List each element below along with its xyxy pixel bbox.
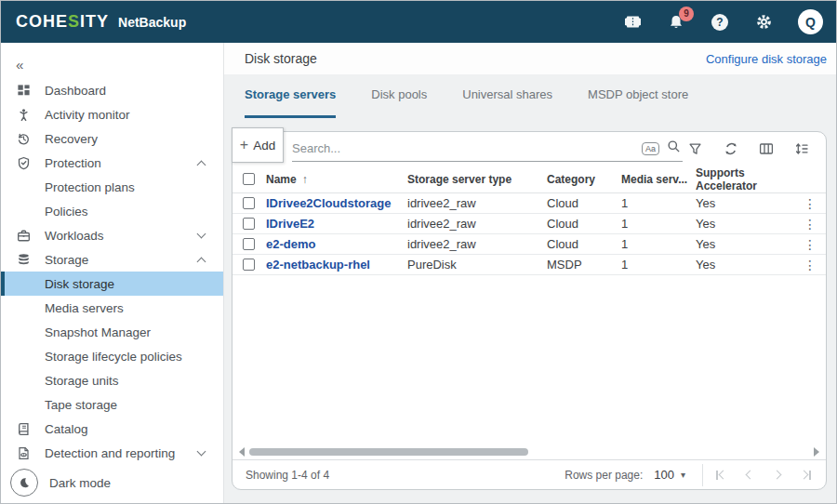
table-toolbar: + Add Aa	[232, 132, 826, 166]
sidebar-item-tape-storage[interactable]: Tape storage	[1, 392, 223, 417]
dark-mode-toggle[interactable]: Dark mode	[10, 469, 111, 497]
sidebar-item-protection-plans[interactable]: Protection plans	[1, 175, 223, 199]
table-footer: Showing 1-4 of 4 Rows per page: 100 ▾	[232, 459, 826, 489]
tab-universal-shares[interactable]: Universal shares	[462, 87, 552, 118]
select-all-checkbox[interactable]	[243, 173, 255, 185]
row-checkbox[interactable]	[243, 238, 255, 250]
columns-icon[interactable]	[758, 141, 774, 157]
main-content: Disk storage Configure disk storage Stor…	[224, 43, 836, 503]
column-header-accelerator[interactable]: Supports Accelerator	[696, 166, 794, 192]
row-actions-kebab-icon[interactable]: ⋮	[794, 237, 826, 252]
tab-storage-servers[interactable]: Storage servers	[245, 87, 336, 118]
configure-disk-storage-link[interactable]: Configure disk storage	[706, 52, 827, 66]
sidebar-item-dashboard[interactable]: Dashboard	[1, 78, 223, 102]
sidebar-item-protection[interactable]: Protection	[1, 151, 223, 175]
previous-page-button[interactable]	[747, 471, 753, 478]
chevron-down-icon	[197, 447, 206, 457]
notifications-bell-icon[interactable]: 9	[667, 13, 685, 32]
topbar-icon-group: 9 ? Q	[623, 9, 823, 34]
scrollbar-thumb[interactable]	[249, 448, 528, 456]
ticket-icon[interactable]	[623, 13, 642, 32]
sidebar-item-disk-storage[interactable]: Disk storage	[1, 272, 223, 296]
settings-gear-icon[interactable]	[754, 13, 773, 32]
footer-divider	[702, 464, 703, 486]
cohesity-logo: COHESITY	[16, 12, 109, 32]
table-row: IDrivee2Cloudstorage idrivee2_raw Cloud …	[232, 193, 826, 214]
sidebar-item-storage[interactable]: Storage	[1, 247, 223, 272]
refresh-icon[interactable]	[723, 141, 738, 157]
scroll-right-icon[interactable]	[814, 447, 819, 457]
sidebar-item-label: Activity monitor	[45, 108, 130, 122]
table-row: e2-demo idrivee2_raw Cloud 1 Yes ⋮	[232, 234, 826, 255]
storage-server-link[interactable]: e2-demo	[266, 237, 407, 251]
table-row: IDriveE2 idrivee2_raw Cloud 1 Yes ⋮	[232, 214, 826, 234]
sidebar-item-activity-monitor[interactable]: Activity monitor	[1, 102, 223, 126]
sidebar-item-recovery[interactable]: Recovery	[1, 126, 223, 151]
sidebar-item-label: Storage lifecycle policies	[45, 350, 182, 364]
scroll-left-icon[interactable]	[239, 447, 245, 457]
storage-stack-icon	[16, 252, 32, 268]
chevron-up-icon	[197, 161, 206, 170]
notification-count-badge: 9	[679, 7, 694, 21]
dropdown-caret-icon: ▾	[681, 470, 685, 480]
sidebar-item-detection-and-reporting[interactable]: Detection and reporting	[1, 441, 223, 465]
protection-shield-icon	[16, 155, 32, 171]
sort-asc-icon: ↑	[302, 173, 308, 186]
match-case-toggle[interactable]: Aa	[642, 142, 659, 155]
sidebar-item-label: Disk storage	[45, 277, 114, 291]
sidebar-item-label: Storage units	[45, 374, 119, 388]
row-density-icon[interactable]	[793, 141, 809, 157]
row-checkbox[interactable]	[243, 218, 255, 230]
last-page-button[interactable]	[801, 471, 811, 480]
table-row: e2-netbackup-rhel PureDisk MSDP 1 Yes ⋮	[232, 255, 826, 275]
filter-icon[interactable]	[687, 141, 703, 157]
user-avatar[interactable]: Q	[798, 9, 823, 34]
sidebar-item-label: Media servers	[45, 301, 124, 315]
scrollbar-track[interactable]	[248, 448, 810, 456]
sidebar-collapse-button[interactable]: «	[1, 50, 223, 78]
sidebar-item-snapshot-manager[interactable]: Snapshot Manager	[1, 320, 223, 344]
add-button[interactable]: + Add	[232, 127, 284, 163]
column-header-name[interactable]: Name↑	[266, 173, 407, 186]
help-icon[interactable]: ?	[711, 13, 729, 32]
search-icon[interactable]	[667, 139, 681, 157]
sidebar-item-policies[interactable]: Policies	[1, 199, 223, 223]
sidebar-item-label: Policies	[45, 205, 88, 219]
activity-monitor-icon	[16, 107, 32, 123]
plus-icon: +	[240, 137, 248, 153]
rows-per-page-select[interactable]: 100 ▾	[654, 468, 685, 482]
tab-bar: Storage servers Disk pools Universal sha…	[224, 74, 836, 118]
sidebar-item-workloads[interactable]: Workloads	[1, 223, 223, 247]
storage-server-link[interactable]: e2-netbackup-rhel	[266, 258, 407, 272]
collapse-icon: «	[16, 57, 23, 73]
sidebar-item-media-servers[interactable]: Media servers	[1, 296, 223, 320]
product-name: NetBackup	[118, 15, 186, 30]
sidebar-item-catalog[interactable]: Catalog	[1, 417, 223, 441]
first-page-button[interactable]	[716, 471, 726, 480]
search-input[interactable]	[292, 141, 634, 155]
next-page-button[interactable]	[774, 471, 780, 478]
page-header: Disk storage Configure disk storage	[224, 43, 836, 74]
column-header-category[interactable]: Category	[547, 173, 621, 186]
row-checkbox[interactable]	[243, 259, 255, 271]
column-header-type[interactable]: Storage server type	[407, 173, 547, 186]
sidebar-item-label: Workloads	[45, 229, 104, 243]
row-actions-kebab-icon[interactable]: ⋮	[794, 217, 826, 232]
storage-server-link[interactable]: IDriveE2	[266, 217, 407, 231]
dashboard-icon	[16, 83, 32, 99]
detection-report-icon	[16, 445, 32, 461]
rows-per-page-label: Rows per page:	[565, 469, 643, 482]
sidebar-item-label: Recovery	[45, 132, 98, 146]
row-checkbox[interactable]	[243, 197, 255, 209]
sidebar-item-storage-units[interactable]: Storage units	[1, 368, 223, 392]
tab-disk-pools[interactable]: Disk pools	[371, 87, 427, 118]
row-actions-kebab-icon[interactable]: ⋮	[794, 196, 826, 211]
sidebar-item-label: Tape storage	[45, 398, 117, 412]
column-header-media-servers[interactable]: Media serv...	[621, 173, 696, 186]
page-title: Disk storage	[245, 51, 317, 66]
storage-server-link[interactable]: IDrivee2Cloudstorage	[266, 196, 407, 210]
tab-msdp-object-store[interactable]: MSDP object store	[588, 87, 688, 118]
row-actions-kebab-icon[interactable]: ⋮	[794, 258, 826, 272]
search-field: Aa	[292, 137, 683, 162]
sidebar-item-storage-lifecycle-policies[interactable]: Storage lifecycle policies	[1, 344, 223, 368]
